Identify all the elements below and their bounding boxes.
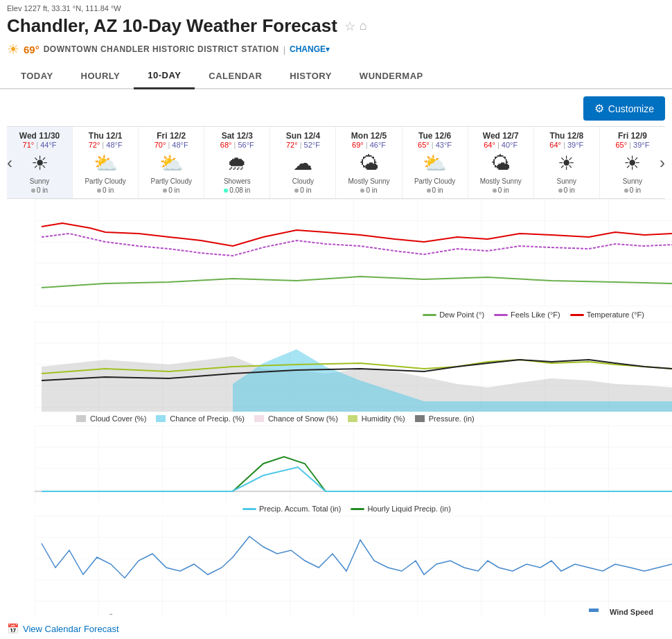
svg-text:→: →: [107, 611, 114, 616]
customize-button[interactable]: ⚙ Customize: [583, 96, 665, 121]
view-calendar-link[interactable]: 📅 View Calendar Forecast: [7, 623, 665, 634]
gear-icon: ⚙: [594, 102, 604, 115]
day-col-4[interactable]: Sun 12/4 72° | 52°F ☁ Cloudy 0 in: [270, 127, 336, 198]
day-low: 39°F: [567, 141, 583, 149]
day-col-5[interactable]: Mon 12/5 69° | 46°F 🌤 Mostly Sunny 0 in: [336, 127, 402, 198]
star-icon[interactable]: ☆: [344, 19, 355, 34]
tab-hourly[interactable]: HOURLY: [67, 63, 134, 88]
legend-label: Temperature (°F): [587, 310, 644, 319]
day-high: 70°: [154, 141, 166, 149]
legend-color: [494, 314, 508, 316]
day-icon: 🌧: [206, 152, 268, 175]
day-col-2[interactable]: Fri 12/2 70° | 48°F ⛅ Partly Cloudy 0 in: [139, 127, 204, 198]
day-icon: ⛅: [74, 152, 136, 175]
day-high: 65°: [418, 141, 430, 149]
day-icon: ☀: [536, 152, 598, 175]
chevron-down-icon: ▾: [326, 44, 330, 54]
legend-color: [351, 508, 364, 510]
day-precip: 0.08 in: [206, 186, 268, 194]
precip-dot: [493, 189, 497, 193]
precip-dot: [360, 189, 364, 193]
svg-rect-26: [35, 516, 672, 616]
accum-chart: 0.4 0.2 0.0: [35, 426, 672, 502]
elevation: Elev 1227 ft, 33.31 °N, 111.84 °W: [0, 0, 672, 14]
legend-item: Cloud Cover (%): [76, 414, 146, 423]
legend-color: [348, 415, 357, 422]
days-container: Wed 11/30 71° | 44°F ☀ Sunny 0 in Thu 12…: [7, 126, 665, 199]
accum-chart-legend: Precip. Accum. Total (in) Hourly Liquid …: [215, 502, 665, 516]
legend-item: Pressure. (in): [415, 414, 475, 423]
day-icon: ⛅: [404, 152, 466, 175]
customize-label: Customize: [608, 103, 654, 114]
legend-label: Chance of Precip. (%): [170, 414, 245, 423]
day-precip: 0 in: [337, 186, 400, 194]
home-icon[interactable]: ⌂: [360, 19, 367, 33]
precip-dot: [558, 189, 563, 193]
tab-calendar[interactable]: CALENDAR: [195, 63, 276, 88]
legend-color: [415, 415, 425, 422]
day-precip: 0 in: [601, 186, 664, 194]
day-low: 46°F: [370, 141, 386, 149]
station-name: DOWNTOWN CHANDLER HISTORIC DISTRICT STAT…: [44, 44, 279, 54]
day-col-3[interactable]: Sat 12/3 68° | 56°F 🌧 Showers 0.08 in: [204, 127, 270, 198]
day-desc: Partly Cloudy: [404, 177, 466, 185]
change-link[interactable]: CHANGE: [290, 44, 326, 54]
precip-dot: [97, 189, 101, 193]
day-precip: 0 in: [470, 186, 532, 194]
view-calendar-label: View Calendar Forecast: [23, 624, 119, 634]
day-name: Sun 12/4: [272, 131, 334, 141]
day-desc: Partly Cloudy: [140, 177, 202, 185]
day-col-8[interactable]: Thu 12/8 64° | 39°F ☀ Sunny 0 in: [534, 127, 600, 198]
legend-item: Feels Like (°F): [494, 310, 560, 319]
tab-history[interactable]: HISTORY: [276, 63, 346, 88]
tab-wundermap[interactable]: WUNDERMAP: [346, 63, 437, 88]
day-name: Wed 11/30: [8, 131, 71, 141]
day-icon: ⛅: [140, 152, 202, 175]
day-precip: 0 in: [536, 186, 598, 194]
day-desc: Mostly Sunny: [470, 177, 532, 185]
legend-item: Precip. Accum. Total (in): [242, 505, 341, 513]
day-temps: 64° | 40°F: [470, 141, 532, 149]
svg-rect-20: [35, 426, 672, 502]
legend-color: [423, 314, 436, 316]
day-temps: 69° | 46°F: [337, 141, 400, 149]
day-low: 48°F: [106, 141, 122, 149]
svg-rect-33: [589, 609, 599, 612]
day-precip: 0 in: [74, 186, 136, 194]
day-col-6[interactable]: Tue 12/6 65° | 43°F ⛅ Partly Cloudy 0 in: [403, 127, 468, 198]
next-button[interactable]: ›: [653, 146, 672, 180]
tab-today[interactable]: TODAY: [7, 63, 67, 88]
sun-icon: ☀: [7, 41, 19, 58]
day-high: 68°: [220, 141, 232, 149]
day-high: 72°: [89, 141, 100, 149]
day-high: 69°: [352, 141, 364, 149]
day-col-1[interactable]: Thu 12/1 72° | 48°F ⛅ Partly Cloudy 0 in: [73, 127, 139, 198]
temp-chart: 60 F 40 F 20 F: [35, 199, 672, 306]
day-name: Tue 12/6: [404, 131, 466, 141]
legend-label: Cloud Cover (%): [90, 414, 146, 423]
legend-label: Chance of Snow (%): [268, 414, 338, 423]
accum-chart-container: 0.4 0.2 0.0 Precip. Accum. Total (in) Ho…: [7, 426, 665, 516]
day-icon: 🌤: [470, 152, 532, 175]
tab-10day[interactable]: 10-DAY: [134, 63, 195, 89]
prev-button[interactable]: ‹: [0, 146, 19, 180]
day-low: 44°F: [40, 141, 56, 149]
day-temps: 68° | 56°F: [206, 141, 268, 149]
forecast-scroll: ‹ Wed 11/30 71° | 44°F ☀ Sunny 0 in Thu …: [7, 126, 665, 199]
precip-dot: [294, 189, 299, 193]
legend-item: Temperature (°F): [570, 310, 644, 319]
day-col-7[interactable]: Wed 12/7 64° | 40°F 🌤 Mostly Sunny 0 in: [468, 127, 534, 198]
day-icon: 🌤: [337, 152, 400, 175]
day-temps: 64° | 39°F: [536, 141, 598, 149]
day-precip: 0 in: [8, 186, 71, 194]
legend-item: Dew Point (°): [423, 310, 484, 319]
day-temps: 72° | 52°F: [272, 141, 334, 149]
day-high: 71°: [23, 141, 35, 149]
day-desc: Sunny: [536, 177, 598, 185]
day-name: Fri 12/2: [140, 131, 202, 141]
precip-dot: [163, 189, 167, 193]
day-high: 65°: [615, 141, 627, 149]
day-icon: ☁: [272, 152, 334, 175]
separator: |: [283, 44, 285, 55]
day-desc: Mostly Sunny: [337, 177, 400, 185]
